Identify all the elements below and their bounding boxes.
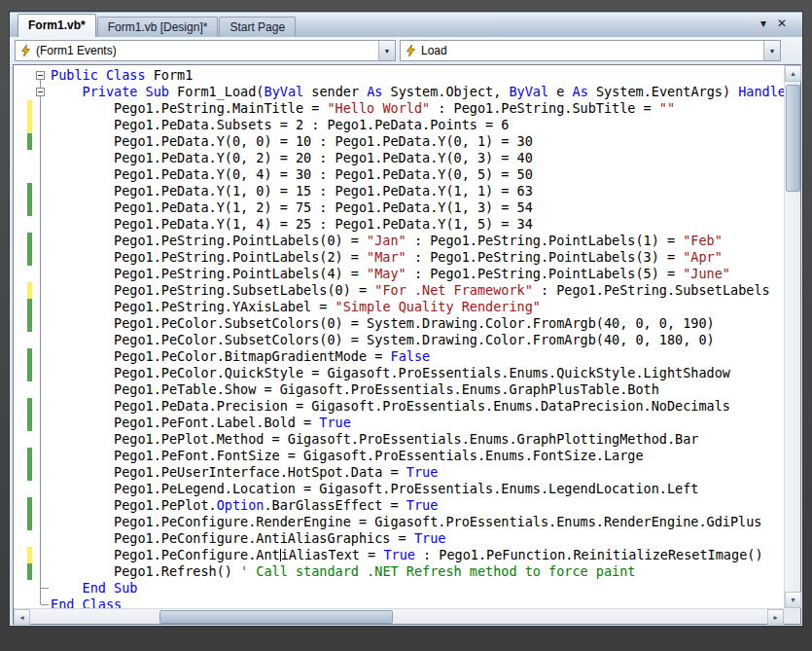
code-token: : Pego1.PeFunction.ReinitializeResetImag… bbox=[415, 547, 763, 562]
code-token: : Pego1.PeString.SubsetLabels bbox=[533, 282, 770, 298]
chevron-down-icon[interactable]: ▼ bbox=[763, 41, 780, 60]
document-list-dropdown-icon[interactable]: ▾ bbox=[760, 17, 766, 30]
code-token: Pego1.PeLegend.Location = Gigasoft.ProEs… bbox=[51, 481, 698, 496]
code-token: ' Call standard .NET Refresh method to f… bbox=[240, 563, 635, 579]
code-line[interactable]: End Class bbox=[14, 597, 784, 608]
code-token: True bbox=[319, 415, 351, 430]
code-line[interactable]: Pego1.PeColor.BitmapGradientMode = False bbox=[14, 348, 784, 365]
code-token: End Sub bbox=[83, 580, 138, 596]
code-token: : Pego1.PeString.SubTitle = bbox=[430, 100, 659, 116]
outline-collapse-button[interactable] bbox=[36, 88, 45, 96]
code-token: Pego1.PeData.Precision = Gigasoft.ProEss… bbox=[51, 398, 730, 414]
code-token: True bbox=[414, 530, 446, 546]
object-combobox[interactable]: (Form1 Events) ▼ bbox=[15, 40, 396, 61]
code-token: Pego1.PeData.Y(0, 4) = 30 : Pego1.PeData… bbox=[51, 166, 533, 182]
code-token: As bbox=[573, 84, 588, 99]
vertical-scrollbar[interactable]: ▴ ▾ bbox=[784, 65, 800, 608]
code-token: ByVal bbox=[509, 84, 548, 99]
code-token: True bbox=[406, 497, 439, 513]
code-editor: Public Class Form1 Private Sub Form1_Loa… bbox=[13, 64, 801, 625]
code-line[interactable]: Pego1.PeFont.FontSize = Gigasoft.ProEsse… bbox=[14, 448, 784, 464]
code-token: e bbox=[548, 84, 572, 99]
code-line[interactable]: End Sub bbox=[14, 580, 784, 597]
ide-document-window: Form1.vb* Form1.vb [Design]* Start Page … bbox=[9, 11, 803, 627]
chevron-down-icon[interactable]: ▼ bbox=[378, 41, 395, 60]
scroll-up-icon[interactable]: ▴ bbox=[785, 65, 801, 82]
code-token: Option bbox=[217, 497, 265, 513]
horizontal-scrollbar[interactable]: ◂ ▸ bbox=[14, 608, 784, 624]
code-token: Pego1.PeData.Y(0, 0) = 10 : Pego1.PeData… bbox=[51, 133, 533, 149]
code-line[interactable]: Public Class Form1 bbox=[14, 67, 784, 84]
code-token: "Apr" bbox=[683, 249, 723, 265]
code-line[interactable]: Pego1.PeString.MainTitle = "Hello World"… bbox=[14, 100, 784, 117]
code-token: System.EventArgs) bbox=[588, 84, 738, 99]
code-token: Pego1.PeColor.BitmapGradientMode = bbox=[51, 348, 391, 364]
code-line[interactable]: Pego1.PeData.Subsets = 2 : Pego1.PeData.… bbox=[14, 117, 784, 133]
code-token: System.Object, bbox=[382, 84, 509, 99]
code-token: False bbox=[391, 348, 431, 364]
code-line[interactable]: Pego1.PeConfigure.AntiAliasGraphics = Tr… bbox=[14, 530, 784, 547]
code-line[interactable]: Pego1.PeColor.SubsetColors(0) = System.D… bbox=[14, 315, 784, 332]
code-line[interactable]: Pego1.PeData.Y(0, 2) = 20 : Pego1.PeData… bbox=[14, 150, 784, 166]
code-token: Pego1.PeConfigure.AntiAliasGraphics = bbox=[51, 530, 414, 546]
code-line[interactable]: Private Sub Form1_Load(ByVal sender As S… bbox=[14, 84, 784, 100]
code-line[interactable]: Pego1.PeColor.SubsetColors(0) = System.D… bbox=[14, 332, 784, 348]
code-line[interactable]: Pego1.PeString.PointLabels(2) = "Mar" : … bbox=[14, 249, 784, 266]
outline-collapse-button[interactable] bbox=[36, 71, 45, 80]
code-text-layer[interactable]: Public Class Form1 Private Sub Form1_Loa… bbox=[14, 65, 784, 608]
code-token: Pego1.PeTable.Show = Gigasoft.ProEssenti… bbox=[51, 381, 659, 397]
code-line[interactable]: Pego1.PeData.Y(1, 0) = 15 : Pego1.PeData… bbox=[14, 183, 784, 199]
code-line[interactable]: Pego1.PeColor.QuickStyle = Gigasoft.ProE… bbox=[14, 365, 784, 381]
code-token: "June" bbox=[683, 266, 730, 281]
code-token: "Feb" bbox=[683, 233, 723, 248]
horizontal-scroll-thumb[interactable] bbox=[159, 610, 393, 624]
code-token: "Mar" bbox=[367, 249, 406, 265]
code-token: Sub bbox=[146, 84, 169, 99]
code-line[interactable]: Pego1.PeData.Y(1, 4) = 25 : Pego1.PeData… bbox=[14, 216, 784, 233]
tab-form1-vb[interactable]: Form1.vb* bbox=[18, 14, 96, 37]
code-token: "Jan" bbox=[367, 233, 406, 248]
code-line[interactable]: Pego1.PeData.Y(1, 2) = 75 : Pego1.PeData… bbox=[14, 199, 784, 216]
document-tabstrip: Form1.vb* Form1.vb [Design]* Start Page bbox=[10, 12, 802, 37]
code-line[interactable]: Pego1.PeString.PointLabels(4) = "May" : … bbox=[14, 266, 784, 282]
code-token: Pego1.PeConfigure.RenderEngine = Gigasof… bbox=[51, 514, 762, 529]
scroll-left-icon[interactable]: ◂ bbox=[14, 609, 30, 625]
code-line[interactable]: Pego1.Refresh() ' Call standard .NET Ref… bbox=[14, 563, 784, 580]
outline-end-tick bbox=[41, 588, 49, 589]
code-line[interactable]: Pego1.PeTable.Show = Gigasoft.ProEssenti… bbox=[14, 381, 784, 398]
code-line[interactable]: Pego1.PeString.PointLabels(0) = "Jan" : … bbox=[14, 233, 784, 249]
outline-guide-line bbox=[40, 80, 41, 604]
code-line[interactable]: Pego1.PeConfigure.AntiAliasText = True :… bbox=[14, 547, 784, 563]
code-token: Pego1.PePlot. bbox=[51, 497, 217, 513]
code-line[interactable]: Pego1.PeUserInterface.HotSpot.Data = Tru… bbox=[14, 464, 784, 481]
scroll-down-icon[interactable]: ▾ bbox=[785, 592, 801, 608]
code-line[interactable]: Pego1.PePlot.Method = Gigasoft.ProEssent… bbox=[14, 431, 784, 448]
code-token: "May" bbox=[367, 266, 406, 281]
code-token: Pego1.PeData.Y(1, 4) = 25 : Pego1.PeData… bbox=[51, 216, 533, 232]
code-token: Pego1.PeUserInterface.HotSpot.Data = bbox=[51, 464, 406, 480]
code-line[interactable]: Pego1.PeData.Y(0, 0) = 10 : Pego1.PeData… bbox=[14, 133, 784, 150]
vertical-scroll-thumb[interactable] bbox=[786, 85, 800, 192]
tab-form1-vb-design[interactable]: Form1.vb [Design]* bbox=[97, 17, 219, 37]
close-document-icon[interactable]: ✕ bbox=[777, 17, 787, 30]
code-line[interactable]: Pego1.PePlot.Option.BarGlassEffect = Tru… bbox=[14, 497, 784, 514]
object-combobox-value: (Form1 Events) bbox=[36, 44, 117, 57]
code-token bbox=[137, 84, 145, 99]
tab-start-page[interactable]: Start Page bbox=[219, 17, 296, 37]
code-line[interactable]: Pego1.PeData.Y(0, 4) = 30 : Pego1.PeData… bbox=[14, 166, 784, 183]
code-line[interactable]: Pego1.PeData.Precision = Gigasoft.ProEss… bbox=[14, 398, 784, 415]
code-token: Pego1.PeString.PointLabels(2) = bbox=[51, 249, 367, 265]
code-line[interactable]: Pego1.PeLegend.Location = Gigasoft.ProEs… bbox=[14, 481, 784, 497]
code-token: Pego1.PeData.Y(1, 0) = 15 : Pego1.PeData… bbox=[51, 183, 533, 199]
code-token: "Simple Quality Rendering" bbox=[335, 299, 541, 314]
scrollbar-corner bbox=[784, 608, 800, 624]
code-line[interactable]: Pego1.PeString.YAxisLabel = "Simple Qual… bbox=[14, 299, 784, 315]
code-token: True bbox=[383, 547, 415, 562]
code-line[interactable]: Pego1.PeFont.Label.Bold = True bbox=[14, 415, 784, 431]
code-token: Private bbox=[83, 84, 138, 99]
event-combobox[interactable]: Load ▼ bbox=[400, 40, 781, 61]
code-line[interactable]: Pego1.PeConfigure.RenderEngine = Gigasof… bbox=[14, 514, 784, 530]
scroll-right-icon[interactable]: ▸ bbox=[767, 609, 784, 625]
code-line[interactable]: Pego1.PeString.SubsetLabels(0) = "For .N… bbox=[14, 282, 784, 299]
code-token: "" bbox=[659, 100, 675, 116]
